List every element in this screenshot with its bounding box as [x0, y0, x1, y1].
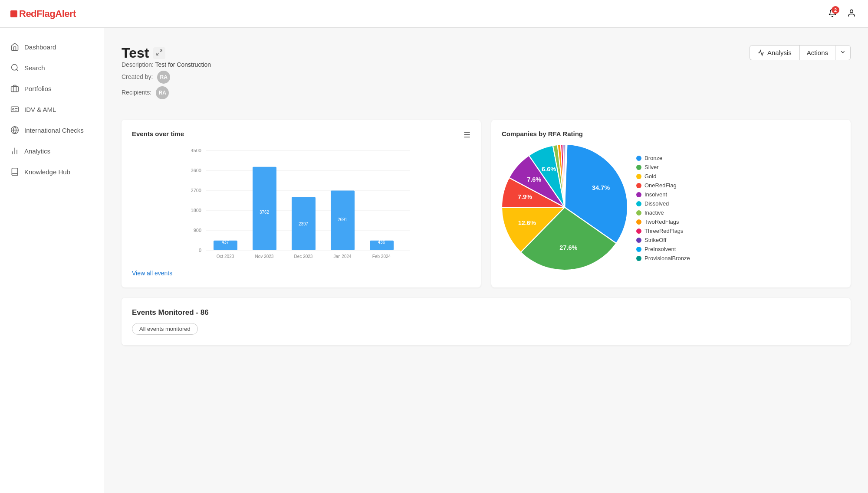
- sidebar-label-idv-aml: IDV & AML: [24, 106, 56, 113]
- page-title-row: Test: [122, 45, 211, 61]
- svg-text:436: 436: [378, 240, 385, 245]
- legend-dot-provisionalbronze: [636, 256, 641, 261]
- svg-point-5: [13, 108, 14, 110]
- events-monitored-section: Events Monitored - 86 All events monitor…: [122, 298, 851, 345]
- events-chart-card: ☰ Events over time 4500 3600 2700 1800 9…: [122, 120, 481, 287]
- legend-item-inactive: Inactive: [636, 209, 690, 216]
- legend-item-insolvent: Insolvent: [636, 191, 690, 198]
- svg-text:900: 900: [194, 228, 201, 233]
- bar-chart-area: 4500 3600 2700 1800 900 0: [132, 144, 470, 266]
- legend-dot-insolvent: [636, 192, 641, 197]
- svg-text:1800: 1800: [191, 208, 201, 213]
- chart-menu-button[interactable]: ☰: [464, 130, 470, 140]
- view-all-events-link[interactable]: View all events: [132, 270, 172, 277]
- notifications-button[interactable]: 2: [826, 7, 838, 20]
- analysis-button[interactable]: Analysis: [750, 45, 799, 60]
- svg-text:34.7%: 34.7%: [592, 184, 610, 191]
- svg-text:2691: 2691: [338, 217, 348, 222]
- legend-dot-tworedflag: [636, 219, 641, 225]
- legend-item-dissolved: Dissolved: [636, 200, 690, 207]
- legend-dot-inactive: [636, 210, 641, 215]
- page-header: Test Description: Test for Construction …: [122, 45, 851, 102]
- expand-icon: [156, 49, 163, 56]
- recipients-meta: Recipients: RA: [122, 86, 211, 99]
- page-title: Test: [122, 45, 149, 61]
- svg-text:2700: 2700: [191, 188, 201, 193]
- pie-section: 34.7%27.6%12.6%7.9%7.6%6.6% Bronze Silve…: [502, 144, 840, 272]
- legend-item-threeredflag: ThreeRedFlags: [636, 228, 690, 234]
- svg-line-14: [157, 53, 159, 55]
- svg-rect-3: [11, 87, 19, 92]
- sidebar-item-international-checks[interactable]: International Checks: [0, 120, 104, 140]
- created-by-avatar: RA: [157, 71, 170, 84]
- svg-line-2: [16, 69, 18, 71]
- legend-dot-silver: [636, 165, 641, 170]
- sidebar-label-knowledge-hub: Knowledge Hub: [24, 168, 70, 176]
- svg-text:Feb 2024: Feb 2024: [372, 254, 391, 259]
- user-icon: [847, 9, 856, 17]
- chevron-down-icon: [840, 49, 846, 55]
- svg-text:3762: 3762: [260, 210, 270, 215]
- svg-text:12.6%: 12.6%: [518, 219, 536, 226]
- header-actions: Analysis Actions: [750, 45, 851, 60]
- svg-text:4500: 4500: [191, 148, 201, 153]
- events-chart-title: Events over time: [132, 130, 470, 137]
- main-content: Test Description: Test for Construction …: [104, 28, 868, 493]
- svg-text:6.6%: 6.6%: [542, 166, 556, 173]
- legend-dot-preinsolvent: [636, 247, 641, 252]
- sidebar-label-dashboard: Dashboard: [24, 43, 56, 51]
- svg-text:3600: 3600: [191, 168, 201, 173]
- all-events-monitored-tag[interactable]: All events monitored: [132, 323, 198, 335]
- sidebar-label-search: Search: [24, 64, 45, 72]
- legend-item-tworedflag: TwoRedFlags: [636, 219, 690, 225]
- cards-row: ☰ Events over time 4500 3600 2700 1800 9…: [122, 120, 851, 287]
- created-by-meta: Created by: RA: [122, 71, 211, 84]
- logo: RedFlagAlert: [10, 8, 76, 20]
- page-title-section: Test Description: Test for Construction …: [122, 45, 211, 102]
- analysis-icon: [758, 49, 765, 56]
- sidebar-label-international-checks: International Checks: [24, 127, 84, 134]
- svg-rect-4: [11, 107, 19, 112]
- legend-item-bronze: Bronze: [636, 155, 690, 161]
- layout: Dashboard Search Portfolios: [0, 28, 868, 493]
- svg-text:Oct 2023: Oct 2023: [217, 254, 234, 259]
- svg-text:0: 0: [199, 248, 201, 253]
- sidebar: Dashboard Search Portfolios: [0, 28, 104, 493]
- sidebar-item-analytics[interactable]: Analytics: [0, 140, 104, 161]
- pie-chart-card: Companies by RFA Rating 34.7%27.6%12.6%7…: [491, 120, 851, 287]
- idcard-icon: [10, 105, 19, 114]
- bar-chart-svg: 4500 3600 2700 1800 900 0: [132, 144, 470, 266]
- svg-line-13: [160, 50, 162, 52]
- svg-text:27.6%: 27.6%: [559, 244, 577, 251]
- svg-rect-30: [253, 167, 276, 250]
- svg-text:Jan 2024: Jan 2024: [333, 254, 352, 259]
- events-monitored-title: Events Monitored - 86: [132, 308, 840, 317]
- sidebar-label-analytics: Analytics: [24, 147, 50, 155]
- legend-dot-dissolved: [636, 201, 641, 206]
- legend-dot-strikeoff: [636, 238, 641, 243]
- actions-button[interactable]: Actions: [799, 45, 835, 60]
- sidebar-item-search[interactable]: Search: [0, 57, 104, 78]
- globe-icon: [10, 126, 19, 134]
- divider: [122, 109, 851, 109]
- chart-icon: [10, 147, 19, 155]
- pie-chart-svg: 34.7%27.6%12.6%7.9%7.6%6.6%: [502, 144, 628, 270]
- sidebar-item-portfolios[interactable]: Portfolios: [0, 78, 104, 99]
- sidebar-item-idv-aml[interactable]: IDV & AML: [0, 99, 104, 120]
- legend-dot-bronze: [636, 156, 641, 161]
- legend-item-silver: Silver: [636, 164, 690, 170]
- pie-chart-title: Companies by RFA Rating: [502, 130, 840, 137]
- expand-button[interactable]: [153, 47, 165, 59]
- svg-text:Nov 2023: Nov 2023: [255, 254, 274, 259]
- legend-dot-oneredflag: [636, 183, 641, 188]
- user-button[interactable]: [845, 7, 858, 20]
- app-header: RedFlagAlert 2: [0, 0, 868, 28]
- sidebar-item-dashboard[interactable]: Dashboard: [0, 36, 104, 57]
- legend-dot-gold: [636, 174, 641, 179]
- legend-dot-threeredflag: [636, 229, 641, 234]
- description-meta: Description: Test for Construction: [122, 61, 211, 68]
- book-icon: [10, 167, 19, 176]
- actions-chevron-button[interactable]: [835, 45, 851, 60]
- logo-text: RedFlagAlert: [19, 8, 76, 20]
- sidebar-item-knowledge-hub[interactable]: Knowledge Hub: [0, 161, 104, 182]
